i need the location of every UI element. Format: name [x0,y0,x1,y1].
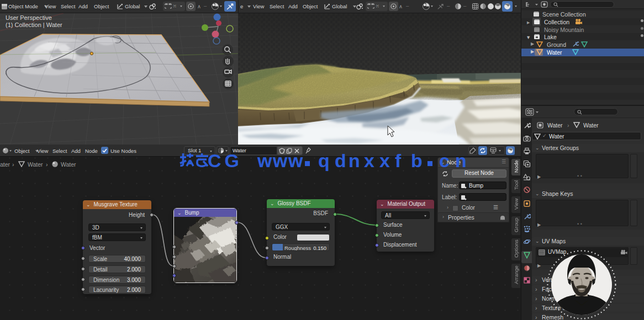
svg-text:User Perspective: User Perspective [6,14,52,21]
svg-text:(1) Collection | Water: (1) Collection | Water [6,22,62,28]
